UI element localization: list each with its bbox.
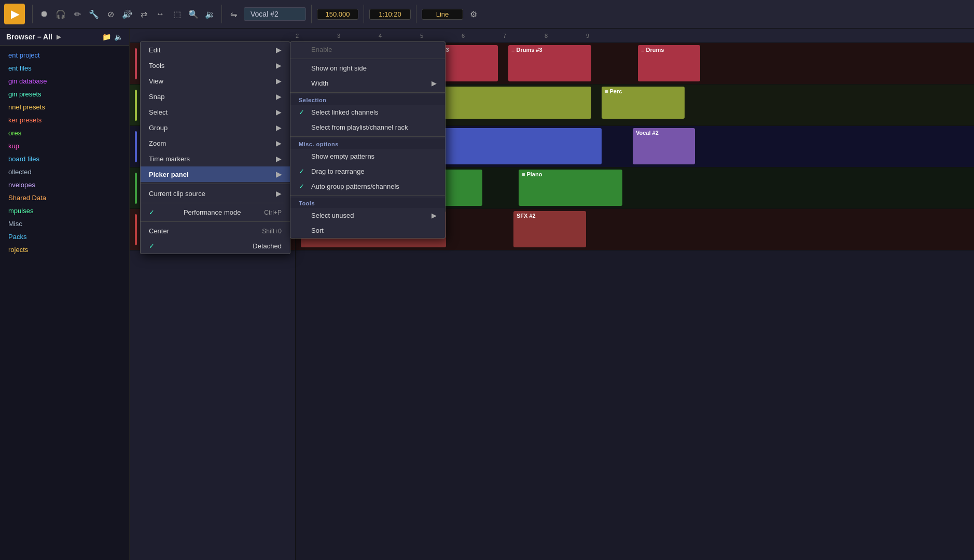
menu-zoom-arrow: ▶ bbox=[276, 139, 282, 147]
menu-snap-arrow: ▶ bbox=[276, 92, 282, 101]
browser-sidebar: Browser – All ▶ 📁 🔈 ent project ent file… bbox=[0, 29, 130, 560]
browser-item-plugin-db[interactable]: gin database bbox=[0, 75, 129, 88]
toolbar-separator-3 bbox=[311, 5, 312, 23]
browser-item-clipboard[interactable]: board files bbox=[0, 152, 129, 165]
browser-item-envelopes[interactable]: nvelopes bbox=[0, 178, 129, 191]
submenu-item-select-linked[interactable]: ✓ Select linked channels bbox=[290, 105, 445, 120]
submenu-divider-2 bbox=[290, 92, 445, 93]
ruler-mark-4: 4 bbox=[379, 33, 420, 39]
submenu-select-from-label: Select from playlist/channel rack bbox=[311, 123, 408, 131]
menu-item-view[interactable]: View ▶ bbox=[141, 73, 290, 89]
track-name-display[interactable]: Vocal #2 bbox=[244, 7, 306, 21]
menu-edit-arrow: ▶ bbox=[276, 46, 282, 54]
toolbar-btn-magnet[interactable]: 🔧 bbox=[86, 6, 102, 22]
toolbar-btn-vol[interactable]: 🔉 bbox=[202, 6, 218, 22]
submenu-item-sort[interactable]: Sort bbox=[290, 223, 445, 238]
menu-divider-1 bbox=[141, 184, 290, 184]
browser-item-plugin-presets[interactable]: gin presets bbox=[0, 88, 129, 101]
ruler-mark-5: 5 bbox=[420, 33, 462, 39]
browser-item-projects[interactable]: rojects bbox=[0, 243, 129, 256]
menu-divider-3 bbox=[141, 221, 290, 222]
toolbar-btn-settings[interactable]: ⚙ bbox=[465, 6, 482, 22]
toolbar-btn-fade[interactable]: ⇋ bbox=[225, 6, 242, 22]
toolbar-btn-zoom[interactable]: 🔍 bbox=[185, 6, 202, 22]
submenu-section-misc: Misc. options bbox=[290, 138, 445, 149]
submenu-item-show-empty[interactable]: Show empty patterns bbox=[290, 149, 445, 164]
menu-performance-shortcut: Ctrl+P bbox=[264, 209, 282, 216]
submenu-sort-label: Sort bbox=[311, 227, 324, 234]
browser-item-channel-presets[interactable]: nnel presets bbox=[0, 101, 129, 114]
ruler-mark-9: 9 bbox=[586, 33, 628, 39]
menu-edit-label: Edit bbox=[149, 46, 160, 54]
toolbar-btn-2[interactable]: 🎧 bbox=[52, 6, 69, 22]
toolbar-btn-select[interactable]: ⬚ bbox=[169, 6, 185, 22]
browser-item-maker-presets[interactable]: ker presets bbox=[0, 114, 129, 127]
browser-item-scores[interactable]: ores bbox=[0, 127, 129, 139]
line-mode-display: Line bbox=[422, 9, 463, 20]
submenu-divider-3 bbox=[290, 136, 445, 137]
menu-center-shortcut: Shift+0 bbox=[262, 228, 282, 235]
menu-item-group[interactable]: Group ▶ bbox=[141, 120, 290, 135]
main-context-menu: Edit ▶ Tools ▶ View ▶ Snap ▶ Select ▶ Gr… bbox=[140, 41, 290, 254]
performance-check-icon: ✓ bbox=[149, 208, 157, 216]
browser-item-impulses[interactable]: mpulses bbox=[0, 204, 129, 217]
menu-item-zoom[interactable]: Zoom ▶ bbox=[141, 135, 290, 151]
submenu-item-select-from[interactable]: Select from playlist/channel rack bbox=[290, 120, 445, 135]
menu-group-arrow: ▶ bbox=[276, 123, 282, 132]
drag-rearrange-check-icon: ✓ bbox=[299, 167, 307, 175]
sfx-clip-2[interactable]: SFX #2 bbox=[513, 211, 586, 247]
browser-item-current-files[interactable]: ent files bbox=[0, 62, 129, 75]
menu-tools-arrow: ▶ bbox=[276, 61, 282, 69]
browser-item-shared-data[interactable]: Shared Data bbox=[0, 191, 129, 204]
time-position-display: 1:10:20 bbox=[369, 9, 411, 20]
ruler-mark-3: 3 bbox=[337, 33, 379, 39]
menu-item-time-markers[interactable]: Time markers ▶ bbox=[141, 151, 290, 166]
browser-item-current-project[interactable]: ent project bbox=[0, 49, 129, 62]
sfx-color-bar bbox=[135, 214, 137, 245]
submenu-item-show-right[interactable]: Show on right side bbox=[290, 61, 445, 76]
perc-clip-2[interactable]: ≡ Perc bbox=[602, 87, 685, 119]
menu-detached-label: Detached bbox=[253, 242, 282, 250]
toolbar-separator-2 bbox=[221, 5, 222, 23]
submenu-item-width[interactable]: Width ▶ bbox=[290, 76, 445, 91]
menu-item-detached[interactable]: ✓ Detached bbox=[141, 239, 290, 254]
menu-item-snap[interactable]: Snap ▶ bbox=[141, 89, 290, 104]
menu-item-current-clip[interactable]: Current clip source ▶ bbox=[141, 186, 290, 201]
menu-item-tools[interactable]: Tools ▶ bbox=[141, 58, 290, 73]
menu-select-label: Select bbox=[149, 108, 168, 116]
menu-view-label: View bbox=[149, 77, 163, 85]
browser-item-collected[interactable]: ollected bbox=[0, 165, 129, 178]
browser-item-misc[interactable]: Misc bbox=[0, 217, 129, 230]
toolbar-btn-1[interactable]: ⏺ bbox=[36, 6, 52, 22]
submenu-item-drag-rearrange[interactable]: ✓ Drag to rearrange bbox=[290, 164, 445, 179]
toolbar-btn-speaker[interactable]: 🔊 bbox=[119, 6, 135, 22]
browser-item-backup[interactable]: kup bbox=[0, 139, 129, 152]
menu-view-arrow: ▶ bbox=[276, 77, 282, 85]
drums-color-bar bbox=[135, 48, 137, 79]
menu-item-edit[interactable]: Edit ▶ bbox=[141, 42, 290, 58]
toolbar-btn-move[interactable]: ↔ bbox=[152, 6, 169, 22]
drums-clip-3[interactable]: ≡ Drums #3 bbox=[508, 45, 591, 81]
browser-icon-group: 📁 🔈 bbox=[102, 33, 123, 41]
menu-time-markers-arrow: ▶ bbox=[276, 155, 282, 163]
drums-clip-4[interactable]: ≡ Drums bbox=[638, 45, 700, 81]
browser-speaker-icon[interactable]: 🔈 bbox=[114, 33, 123, 41]
menu-divider-2 bbox=[141, 203, 290, 203]
menu-picker-panel-arrow: ▶ bbox=[276, 170, 282, 178]
toolbar-btn-mute[interactable]: ⊘ bbox=[102, 6, 119, 22]
vocal-clip-2[interactable]: Vocal #2 bbox=[633, 128, 695, 164]
menu-snap-label: Snap bbox=[149, 93, 164, 101]
submenu-item-select-unused[interactable]: Select unused ▶ bbox=[290, 208, 445, 223]
menu-item-select[interactable]: Select ▶ bbox=[141, 104, 290, 120]
menu-item-performance[interactable]: ✓ Performance mode Ctrl+P bbox=[141, 205, 290, 220]
auto-group-check-icon: ✓ bbox=[299, 183, 307, 190]
picker-panel-submenu: Enable Show on right side Width ▶ Select… bbox=[290, 41, 446, 239]
submenu-item-auto-group[interactable]: ✓ Auto group patterns/channels bbox=[290, 179, 445, 194]
toolbar-btn-lr[interactable]: ⇄ bbox=[135, 6, 152, 22]
piano-clip-2[interactable]: ≡ Piano bbox=[519, 170, 622, 206]
menu-item-center[interactable]: Center Shift+0 bbox=[141, 223, 290, 239]
browser-folder-icon[interactable]: 📁 bbox=[102, 33, 111, 41]
toolbar-btn-pencil[interactable]: ✏ bbox=[69, 6, 86, 22]
menu-item-picker-panel[interactable]: Picker panel ▶ bbox=[141, 166, 290, 182]
browser-item-packs[interactable]: Packs bbox=[0, 230, 129, 243]
